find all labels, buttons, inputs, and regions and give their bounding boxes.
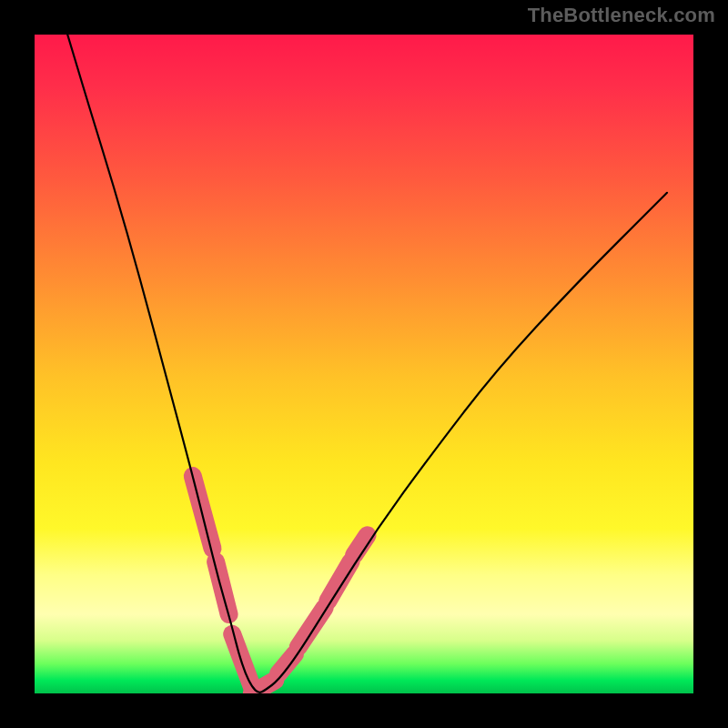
highlight-band-segment	[298, 608, 325, 647]
bottleneck-curve	[67, 35, 667, 693]
highlight-band-segment	[328, 561, 350, 601]
chart-frame: TheBottleneck.com	[0, 0, 728, 728]
plot-area	[35, 35, 693, 693]
highlight-band-segment	[354, 535, 368, 555]
watermark-text: TheBottleneck.com	[528, 4, 715, 27]
curve-layer	[35, 35, 693, 693]
